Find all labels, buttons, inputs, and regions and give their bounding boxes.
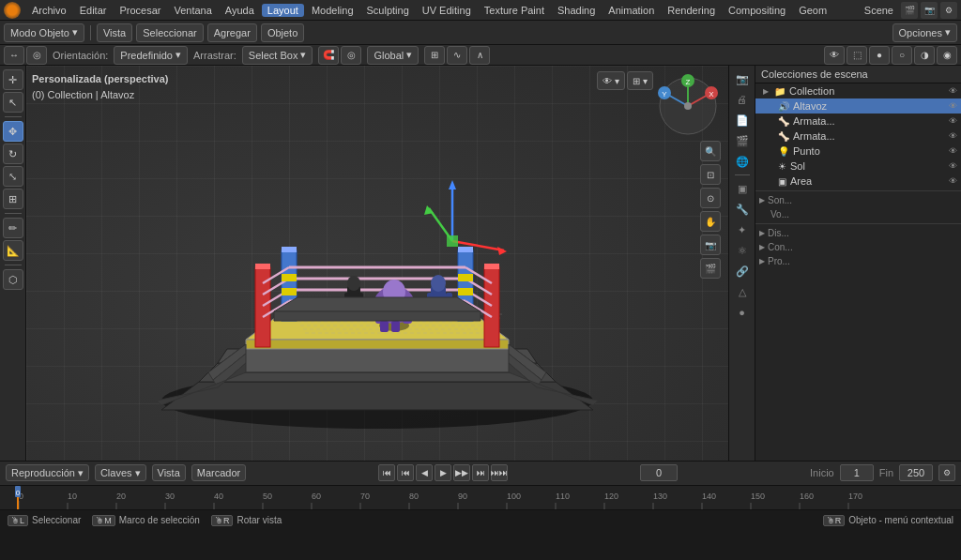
- tab-layout[interactable]: Layout: [262, 4, 304, 17]
- go-start-btn[interactable]: ⏮: [378, 464, 395, 481]
- settings-btn[interactable]: ⚙: [940, 2, 957, 19]
- render-engine-btn[interactable]: 🎬: [901, 2, 918, 19]
- transform-icon[interactable]: ↔: [4, 46, 24, 65]
- shading-rendered[interactable]: ○: [892, 46, 912, 65]
- object-menu[interactable]: Objeto: [261, 23, 304, 42]
- view-menu-tl[interactable]: Vista: [152, 464, 186, 481]
- tab-modeling[interactable]: Modeling: [306, 4, 359, 17]
- pan-btn[interactable]: ✋: [700, 211, 721, 232]
- zoom-camera-btn[interactable]: 🔍: [700, 141, 721, 161]
- measure-tool[interactable]: 📐: [3, 240, 23, 261]
- pro-section[interactable]: ▶ Pro...: [755, 254, 961, 268]
- xray-toggle[interactable]: ⬚: [847, 46, 867, 65]
- annotate-tool[interactable]: ✏: [3, 218, 23, 238]
- next-frame-btn[interactable]: ▶▶: [453, 464, 470, 481]
- collection-item-punto[interactable]: 💡 Punto 👁: [755, 144, 961, 159]
- physics-props-icon[interactable]: ⚛: [733, 241, 752, 260]
- shading-solid[interactable]: ●: [869, 46, 890, 65]
- visibility-icon[interactable]: 👁: [949, 86, 957, 96]
- tab-sculpting[interactable]: Sculpting: [361, 4, 415, 17]
- collection-item-area[interactable]: ▣ Area 👁: [755, 174, 961, 189]
- keys-menu[interactable]: Claves ▾: [95, 464, 146, 481]
- son-section[interactable]: ▶ Son...: [755, 193, 961, 207]
- go-end-btn[interactable]: ⏭⏭: [491, 464, 508, 481]
- navigation-gizmo[interactable]: X Y Z: [655, 73, 721, 139]
- modifier-props-icon[interactable]: 🔧: [733, 200, 752, 219]
- particles-props-icon[interactable]: ✦: [733, 220, 752, 239]
- extra-icon[interactable]: ∧: [469, 46, 490, 65]
- camera-persp-btn[interactable]: 📷: [700, 235, 721, 255]
- zoom-extend-btn[interactable]: ⊡: [700, 164, 721, 185]
- shading-material[interactable]: ◑: [914, 46, 935, 65]
- render-btn[interactable]: 📷: [921, 2, 938, 19]
- prev-keyframe-btn[interactable]: ⏮: [397, 464, 414, 481]
- collection-item-armata1[interactable]: 🦴 Armata... 👁: [755, 114, 961, 129]
- mode-selector[interactable]: Modo Objeto ▾: [4, 23, 84, 42]
- play-btn[interactable]: ▶: [435, 464, 451, 481]
- render-props-icon[interactable]: 📷: [733, 69, 752, 88]
- menu-archivo[interactable]: Archivo: [26, 4, 72, 17]
- armata2-visibility[interactable]: 👁: [949, 131, 957, 141]
- view-menu[interactable]: Vista: [97, 23, 132, 42]
- orbit-btn[interactable]: ⊙: [700, 188, 721, 208]
- armata1-visibility[interactable]: 👁: [949, 116, 957, 126]
- add-menu[interactable]: Agregar: [207, 23, 257, 42]
- options-btn[interactable]: Opciones ▾: [892, 23, 957, 42]
- snap-selector[interactable]: Select Box ▾: [242, 46, 313, 65]
- overlay-toggle[interactable]: 👁: [824, 46, 845, 65]
- menu-editar[interactable]: Editar: [74, 4, 113, 17]
- viewport-3d[interactable]: Personalizada (perspectiva) (0) Collecti…: [26, 66, 728, 461]
- scene-props-icon[interactable]: 🎬: [733, 131, 752, 150]
- area-visibility[interactable]: 👁: [949, 176, 957, 186]
- add-primitive-tool[interactable]: ⬡: [3, 269, 23, 290]
- tab-uv-editing[interactable]: UV Editing: [417, 4, 477, 17]
- view-layer-icon[interactable]: 📄: [733, 111, 752, 129]
- shading-eevee[interactable]: ◉: [937, 46, 957, 65]
- cursor-tool[interactable]: ✛: [3, 69, 23, 90]
- orientation-selector[interactable]: Predefinido ▾: [114, 46, 188, 65]
- ruler-track[interactable]: 0 0 10 20 30 40 50 60 70: [0, 486, 961, 509]
- dis-section[interactable]: ▶ Dis...: [755, 226, 961, 240]
- tab-geometry[interactable]: Geom: [793, 4, 832, 17]
- menu-ayuda[interactable]: Ayuda: [220, 4, 260, 17]
- con-section[interactable]: ▶ Con...: [755, 240, 961, 254]
- lock-icon[interactable]: ∿: [447, 46, 467, 65]
- menu-procesar[interactable]: Procesar: [114, 4, 166, 17]
- tab-compositing[interactable]: Compositing: [723, 4, 791, 17]
- sol-visibility[interactable]: 👁: [949, 161, 957, 171]
- proportional-edit[interactable]: ◎: [341, 46, 361, 65]
- object-props-icon[interactable]: ▣: [733, 179, 752, 198]
- collection-item-sol[interactable]: ☀ Sol 👁: [755, 159, 961, 174]
- mirror-icon[interactable]: ⊞: [424, 46, 445, 65]
- start-frame-input[interactable]: [840, 464, 874, 481]
- select-menu[interactable]: Seleccionar: [136, 23, 203, 42]
- move-tool[interactable]: ✥: [3, 121, 23, 142]
- current-frame-input[interactable]: [640, 464, 678, 481]
- render-preview-btn[interactable]: 🎬: [700, 258, 721, 279]
- select-tool[interactable]: ↖: [3, 92, 23, 113]
- snap-toggle[interactable]: 🧲: [318, 46, 339, 65]
- timeline-options[interactable]: ⚙: [938, 464, 955, 481]
- scale-tool[interactable]: ⤡: [3, 166, 23, 187]
- marker-menu[interactable]: Marcador: [191, 464, 246, 481]
- tab-shading[interactable]: Shading: [552, 4, 601, 17]
- punto-visibility[interactable]: 👁: [949, 146, 957, 156]
- prev-frame-btn[interactable]: ◀: [416, 464, 433, 481]
- rotate-tool[interactable]: ↻: [3, 144, 23, 164]
- transform-tool[interactable]: ⊞: [3, 189, 23, 209]
- collection-item-altavoz[interactable]: 🔊 Altavoz 👁: [755, 98, 961, 114]
- constraints-props-icon[interactable]: 🔗: [733, 262, 752, 280]
- end-frame-input[interactable]: [899, 464, 933, 481]
- overlays-btn[interactable]: ⊞ ▾: [627, 71, 653, 90]
- tab-animation[interactable]: Animation: [603, 4, 660, 17]
- output-props-icon[interactable]: 🖨: [733, 90, 752, 109]
- world-props-icon[interactable]: 🌐: [733, 152, 752, 171]
- altavoz-visibility[interactable]: 👁: [949, 101, 957, 111]
- tab-rendering[interactable]: Rendering: [662, 4, 721, 17]
- collection-item-armata2[interactable]: 🦴 Armata... 👁: [755, 129, 961, 144]
- object-data-icon[interactable]: △: [733, 282, 752, 301]
- playback-menu[interactable]: Reproducción ▾: [6, 464, 89, 481]
- timeline-ruler[interactable]: 0 0 10 20 30 40 50 60 70: [0, 486, 961, 509]
- tab-texture-paint[interactable]: Texture Paint: [479, 4, 550, 17]
- viewport-shading-btn[interactable]: 👁 ▾: [597, 71, 625, 90]
